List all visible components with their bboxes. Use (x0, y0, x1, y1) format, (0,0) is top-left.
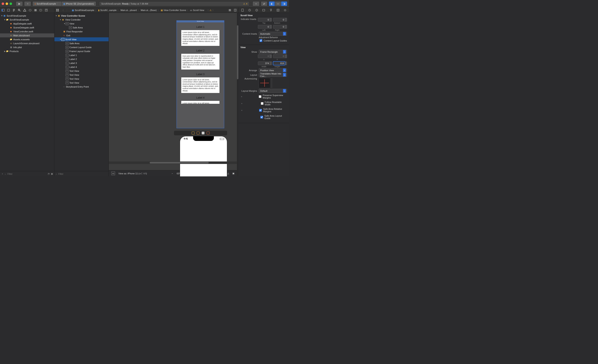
arrange-popup[interactable]: Position View (259, 68, 287, 72)
code-review-button[interactable]: ⇄ (261, 1, 267, 6)
size-inspector-icon[interactable] (277, 9, 280, 12)
file-scenedelegate[interactable]: ◆SceneDelegate.swift (0, 25, 54, 30)
breadcrumb[interactable]: ▦ScrollViewExample〉 ▮ScrollV...xample〉 M… (71, 9, 216, 12)
outline-view[interactable]: ▼▭View (54, 22, 108, 25)
canvas-label-1[interactable]: Label 1 (177, 25, 224, 28)
x-field[interactable]: 0 (258, 54, 270, 58)
canvas-textview-2[interactable]: Duis aute irure dolor in reprehenderit i… (181, 54, 219, 70)
related-items-icon[interactable] (56, 9, 59, 12)
dock-entry-icon[interactable] (207, 132, 209, 135)
issue-nav-icon[interactable] (23, 9, 26, 12)
outline-exit[interactable]: ⎋Exit (54, 33, 108, 37)
nav-forward-icon[interactable]: 〉 (66, 9, 68, 12)
dock-exit-icon[interactable] (202, 132, 205, 135)
embed-in-icon[interactable]: ▣ (232, 172, 234, 175)
outline-textview3[interactable]: ≡Text View (54, 77, 108, 81)
zoom-out-icon[interactable]: − (172, 172, 173, 175)
canvas-textview-3[interactable]: Lorem ipsum dolor sit er elit lamet, con… (181, 77, 219, 93)
file-viewcontroller[interactable]: ◆ViewController.swift (0, 30, 54, 33)
file-assets[interactable]: 📁Assets.xcassets (0, 37, 54, 41)
layout-popup[interactable]: Translates Mask Into Con... (259, 73, 287, 77)
project-root[interactable]: ▼▦ScrollViewExample (0, 14, 54, 18)
file-appdelegate[interactable]: ◆AppDelegate.swift (0, 22, 54, 25)
outline-scene[interactable]: ▼▦View Controller Scene (54, 14, 108, 18)
outline-viewcontroller[interactable]: ▼◉View Controller (54, 18, 108, 22)
autoresizing-mask-control[interactable] (259, 78, 270, 88)
file-launchscreen[interactable]: ▭LaunchScreen.storyboard (0, 41, 54, 45)
stepper-icon[interactable] (270, 54, 272, 58)
close-icon[interactable] (2, 2, 4, 5)
toggle-outline-icon[interactable]: ▭ (111, 172, 115, 175)
canvas-scrollview[interactable]: Scroll View Label 1 Lorem ipsum dolor si… (176, 20, 224, 128)
file-main-storyboard[interactable]: ▭Main.storyboard (0, 33, 54, 37)
dock-vc-icon[interactable] (192, 132, 195, 135)
navigator-filter-input[interactable] (8, 173, 46, 175)
adjust-editor-icon[interactable] (228, 9, 231, 12)
file-inspector-icon[interactable] (241, 9, 244, 12)
symbol-nav-icon[interactable] (12, 9, 15, 12)
outline-scrollview[interactable]: ▼▭Scroll View (54, 37, 108, 41)
outline-textview1[interactable]: ≡Text View (54, 69, 108, 73)
zoom-icon[interactable] (9, 2, 12, 5)
dock-first-responder-icon[interactable] (197, 132, 199, 135)
interface-builder-canvas[interactable]: Scroll View Label 1 Lorem ipsum dolor si… (109, 13, 237, 176)
outline-firstresponder[interactable]: ▣First Responder (54, 30, 108, 33)
outline-label4[interactable]: LLabel 4 (54, 65, 108, 69)
safe-area-layout-guide-checkbox[interactable] (260, 116, 263, 119)
resolve-icon[interactable]: △ (227, 172, 229, 175)
scene-dock[interactable] (174, 131, 227, 135)
warning-badge[interactable]: ⚠ 4 (243, 2, 247, 5)
outline-textview2[interactable]: ≡Text View (54, 73, 108, 77)
toggle-debug-button[interactable]: ▭ (275, 1, 281, 6)
width-field[interactable]: 374 (258, 61, 270, 65)
inset-right-field[interactable]: 0 (273, 25, 285, 29)
breakpoint-nav-icon[interactable] (40, 9, 42, 12)
add-trait-icon[interactable]: ＋ (241, 109, 243, 112)
canvas-label-3[interactable]: Label 3 (177, 73, 224, 76)
report-nav-icon[interactable] (45, 9, 48, 12)
outline-sv-contentguide[interactable]: ▭Content Layout Guide (54, 45, 108, 49)
add-icon[interactable]: ＋ (1, 172, 4, 175)
stepper-icon[interactable] (270, 61, 272, 65)
run-button[interactable]: ▶ (16, 1, 23, 6)
outline-textview4[interactable]: ≡Text View (54, 81, 108, 85)
library-button[interactable]: ＋ (252, 1, 259, 6)
help-inspector-icon[interactable]: ? (255, 9, 258, 12)
identity-inspector-icon[interactable] (262, 9, 265, 12)
test-nav-icon[interactable] (29, 9, 32, 12)
canvas-label-2[interactable]: Label 2 (177, 49, 224, 52)
attributes-inspector-icon[interactable] (270, 9, 272, 12)
stepper-icon[interactable] (285, 61, 287, 65)
inspector-vertical-scrollbar[interactable] (237, 13, 238, 176)
find-nav-icon[interactable] (18, 9, 21, 12)
stepper-icon[interactable] (270, 18, 272, 22)
y-field[interactable]: 0 (273, 54, 285, 58)
content-insets-popup[interactable]: Automatic (259, 32, 287, 36)
safe-area-relative-checkbox[interactable] (259, 109, 262, 112)
toggle-inspector-button[interactable]: ◨ (281, 1, 287, 6)
stepper-icon[interactable] (270, 25, 272, 29)
outline-sv-safearea[interactable]: ▭Safe Area (54, 41, 108, 45)
clock-filter-icon[interactable]: ◔ (48, 172, 50, 175)
content-layout-guides-checkbox[interactable] (259, 39, 262, 42)
toggle-navigator-button[interactable]: ◧ (269, 1, 275, 6)
inset-top-field[interactable]: 0 (258, 18, 270, 22)
height-field[interactable]: 818 (273, 61, 285, 65)
debug-nav-icon[interactable] (34, 9, 37, 12)
stepper-icon[interactable] (285, 54, 287, 58)
nav-back-icon[interactable]: 〈 (61, 9, 64, 12)
file-infoplist[interactable]: ▤Info.plist (0, 45, 54, 49)
scheme-selector[interactable]: ⟠ScrollViewExample〉 ▮iPhone SE (2nd gene… (32, 1, 96, 6)
stepper-icon[interactable] (285, 25, 287, 29)
outline-label2[interactable]: LLabel 2 (54, 57, 108, 61)
add-trait-icon[interactable]: ＋ (241, 102, 243, 105)
stop-button[interactable]: ■ (24, 1, 31, 6)
connections-inspector-icon[interactable] (284, 9, 287, 12)
project-group[interactable]: ▼📁ScrollViewExample (0, 18, 54, 22)
project-navigator-icon[interactable] (2, 9, 5, 12)
preserve-superview-checkbox[interactable] (259, 95, 261, 98)
canvas-horizontal-scrollbar[interactable] (109, 162, 237, 164)
scm-filter-icon[interactable]: ▣ (51, 172, 53, 175)
outline-label3[interactable]: LLabel 3 (54, 61, 108, 65)
outline-entrypoint[interactable]: →Storyboard Entry Point (54, 85, 108, 89)
